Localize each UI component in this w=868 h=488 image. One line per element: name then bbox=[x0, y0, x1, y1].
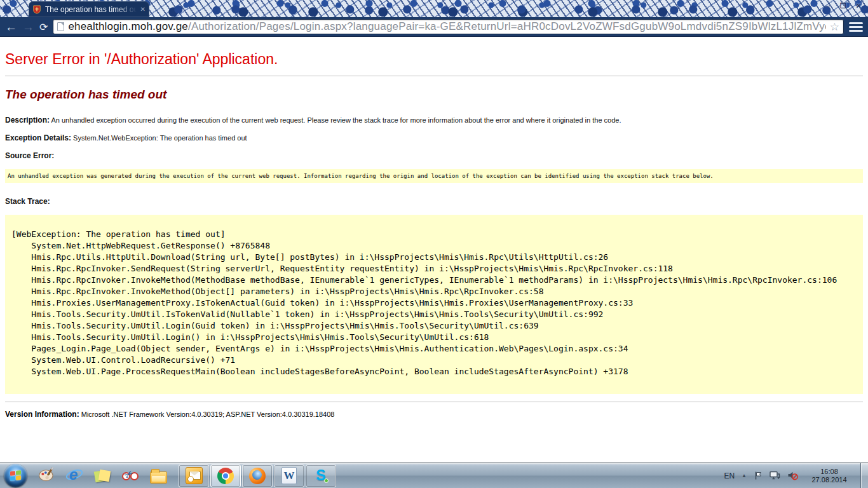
taskbar-item-word[interactable]: W bbox=[274, 464, 304, 487]
source-error-label: Source Error: bbox=[5, 151, 54, 160]
taskbar-item-snipping-tool[interactable]: ✂ bbox=[116, 463, 144, 488]
page-icon[interactable] bbox=[57, 22, 64, 31]
skype-icon: S bbox=[312, 467, 330, 485]
taskbar-item-sticky-notes[interactable] bbox=[88, 463, 116, 488]
url-text: ehealthlogin.moh.gov.ge/Authorization/Pa… bbox=[68, 20, 825, 33]
system-tray: EN ▲ bbox=[724, 463, 868, 488]
page-title: Server Error in '/Authorization' Applica… bbox=[5, 51, 863, 68]
address-bar[interactable]: ehealthlogin.moh.gov.ge/Authorization/Pa… bbox=[53, 19, 844, 34]
screen: The operation has timed out ✕ ─ ❐ ✕ ← → … bbox=[0, 0, 868, 488]
windows-logo-icon bbox=[10, 470, 21, 481]
menu-icon[interactable] bbox=[849, 21, 863, 33]
clock[interactable]: 16:08 27.08.2014 bbox=[805, 468, 853, 484]
description-row: Description: An unhandled exception occu… bbox=[5, 116, 863, 125]
hidden-icons-button[interactable]: ▲ bbox=[742, 473, 747, 478]
description-text: An unhandled exception occurred during t… bbox=[51, 116, 621, 124]
exception-details-row: Exception Details: System.Net.WebExcepti… bbox=[5, 133, 863, 142]
firefox-icon bbox=[249, 468, 266, 484]
folder-icon bbox=[150, 471, 167, 484]
forward-button[interactable]: → bbox=[22, 21, 34, 33]
network-icon[interactable] bbox=[770, 471, 780, 480]
taskbar-item-internet-explorer[interactable]: e bbox=[60, 463, 88, 488]
divider bbox=[5, 402, 863, 402]
tab-close-icon[interactable]: ✕ bbox=[140, 6, 146, 13]
language-indicator[interactable]: EN bbox=[724, 471, 735, 480]
taskbar-item-paint[interactable] bbox=[32, 463, 60, 488]
paint-icon bbox=[38, 466, 55, 485]
site-favicon-icon bbox=[32, 5, 41, 14]
clock-date: 27.08.2014 bbox=[805, 476, 853, 484]
tab-title: The operation has timed out bbox=[45, 5, 137, 14]
version-row: Version Information: Microsoft .NET Fram… bbox=[5, 410, 863, 419]
stack-trace-text: [WebException: The operation has timed o… bbox=[5, 215, 863, 394]
taskbar-item-chrome[interactable] bbox=[210, 464, 241, 487]
divider bbox=[5, 76, 863, 76]
taskbar-item-outlook[interactable] bbox=[179, 464, 209, 487]
browser-window: The operation has timed out ✕ ─ ❐ ✕ ← → … bbox=[0, 0, 868, 463]
window-controls: ─ ❐ ✕ bbox=[825, 1, 862, 11]
version-text: Microsoft .NET Framework Version:4.0.303… bbox=[81, 410, 335, 418]
back-button[interactable]: ← bbox=[5, 21, 17, 33]
volume-muted-icon[interactable] bbox=[787, 471, 798, 480]
taskbar-item-windows-explorer[interactable] bbox=[144, 463, 172, 488]
error-page: Server Error in '/Authorization' Applica… bbox=[0, 37, 868, 463]
minimize-button[interactable]: ─ bbox=[825, 1, 831, 11]
internet-explorer-icon: e bbox=[65, 466, 83, 486]
url-path: /Authorization/Pages/Login.aspx?language… bbox=[188, 20, 826, 32]
source-error-row: Source Error: bbox=[5, 151, 863, 160]
clock-time: 16:08 bbox=[805, 468, 853, 476]
exception-details-text: System.Net.WebException: The operation h… bbox=[73, 134, 247, 142]
url-domain: ehealthlogin.moh.gov.ge bbox=[68, 20, 188, 32]
version-label: Version Information: bbox=[5, 410, 79, 419]
reload-button[interactable]: ⟳ bbox=[39, 21, 48, 33]
close-button[interactable]: ✕ bbox=[856, 1, 862, 11]
svg-text:e: e bbox=[69, 466, 78, 483]
word-icon: W bbox=[281, 467, 297, 484]
stack-trace-box: [WebException: The operation has timed o… bbox=[5, 215, 863, 394]
tab-strip: The operation has timed out ✕ ─ ❐ ✕ bbox=[0, 0, 868, 17]
exception-details-label: Exception Details: bbox=[5, 133, 71, 142]
source-error-text: An unhandled exception was generated dur… bbox=[8, 173, 714, 179]
show-desktop-button[interactable] bbox=[860, 463, 868, 488]
start-button[interactable] bbox=[4, 464, 27, 487]
page-subtitle: The operation has timed out bbox=[5, 88, 863, 102]
taskbar-item-skype[interactable]: S bbox=[306, 464, 336, 487]
bookmark-star-icon[interactable]: ☆ bbox=[830, 20, 839, 34]
stack-trace-row: Stack Trace: bbox=[5, 197, 863, 206]
action-center-icon[interactable] bbox=[754, 471, 763, 480]
taskbar-item-firefox[interactable] bbox=[242, 464, 273, 487]
source-error-box: An unhandled exception was generated dur… bbox=[5, 169, 863, 183]
stack-trace-label: Stack Trace: bbox=[5, 197, 50, 206]
maximize-button[interactable]: ❐ bbox=[840, 1, 846, 11]
sticky-notes-icon bbox=[94, 468, 111, 484]
chrome-icon bbox=[217, 468, 234, 484]
browser-toolbar: ← → ⟳ ehealthlogin.moh.gov.ge/Authorizat… bbox=[0, 17, 868, 37]
outlook-icon bbox=[186, 467, 203, 484]
browser-tab[interactable]: The operation has timed out ✕ bbox=[29, 1, 149, 17]
description-label: Description: bbox=[5, 116, 50, 125]
taskbar: e ✂ W S EN bbox=[0, 463, 868, 488]
snipping-tool-icon: ✂ bbox=[121, 468, 139, 484]
